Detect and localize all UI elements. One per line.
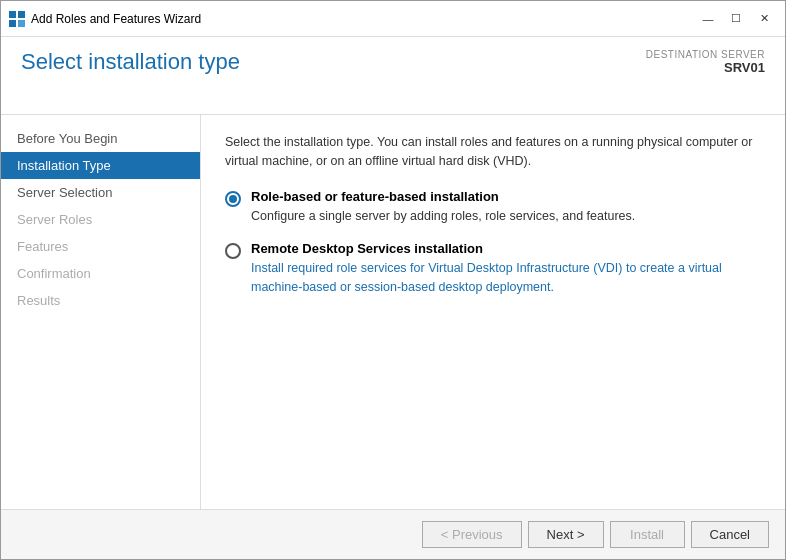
option-group: Role-based or feature-based installation… <box>225 189 761 297</box>
option-role-based-title: Role-based or feature-based installation <box>251 189 635 204</box>
footer: < Previous Next > Install Cancel <box>1 509 785 559</box>
title-bar-text: Add Roles and Features Wizard <box>31 12 695 26</box>
option-remote-desktop-content: Remote Desktop Services installation Ins… <box>251 241 751 297</box>
radio-remote-desktop[interactable] <box>225 243 241 259</box>
description-text: Select the installation type. You can in… <box>225 133 761 171</box>
sidebar-item-features: Features <box>1 233 200 260</box>
sidebar-item-server-roles: Server Roles <box>1 206 200 233</box>
previous-button[interactable]: < Previous <box>422 521 522 548</box>
radio-role-based[interactable] <box>225 191 241 207</box>
page-header: Select installation type DESTINATION SER… <box>1 37 785 115</box>
option-remote-desktop-desc: Install required role services for Virtu… <box>251 259 751 297</box>
option-remote-desktop[interactable]: Remote Desktop Services installation Ins… <box>225 241 761 297</box>
next-button[interactable]: Next > <box>528 521 604 548</box>
sidebar-item-before-you-begin[interactable]: Before You Begin <box>1 125 200 152</box>
server-name: SRV01 <box>646 60 765 75</box>
option-role-based-desc: Configure a single server by adding role… <box>251 207 635 226</box>
option-role-based-content: Role-based or feature-based installation… <box>251 189 635 226</box>
sidebar-item-server-selection[interactable]: Server Selection <box>1 179 200 206</box>
content-area: Before You Begin Installation Type Serve… <box>1 115 785 509</box>
cancel-button[interactable]: Cancel <box>691 521 769 548</box>
main-content: Select the installation type. You can in… <box>201 115 785 509</box>
destination-label: DESTINATION SERVER <box>646 49 765 60</box>
svg-rect-0 <box>9 11 16 18</box>
svg-rect-1 <box>18 11 25 18</box>
sidebar-item-installation-type[interactable]: Installation Type <box>1 152 200 179</box>
install-button[interactable]: Install <box>610 521 685 548</box>
minimize-button[interactable]: — <box>695 9 721 29</box>
sidebar-item-confirmation: Confirmation <box>1 260 200 287</box>
app-icon <box>9 11 25 27</box>
option-remote-desktop-title: Remote Desktop Services installation <box>251 241 751 256</box>
radio-role-based-inner <box>229 195 237 203</box>
destination-server-info: DESTINATION SERVER SRV01 <box>646 49 765 75</box>
maximize-button[interactable]: ☐ <box>723 9 749 29</box>
option-role-based[interactable]: Role-based or feature-based installation… <box>225 189 761 226</box>
sidebar: Before You Begin Installation Type Serve… <box>1 115 201 509</box>
svg-rect-2 <box>9 20 16 27</box>
title-bar: Add Roles and Features Wizard — ☐ ✕ <box>1 1 785 37</box>
page-title: Select installation type <box>21 49 240 75</box>
main-window: Add Roles and Features Wizard — ☐ ✕ Sele… <box>0 0 786 560</box>
svg-rect-3 <box>18 20 25 27</box>
close-button[interactable]: ✕ <box>751 9 777 29</box>
sidebar-item-results: Results <box>1 287 200 314</box>
title-bar-controls: — ☐ ✕ <box>695 9 777 29</box>
